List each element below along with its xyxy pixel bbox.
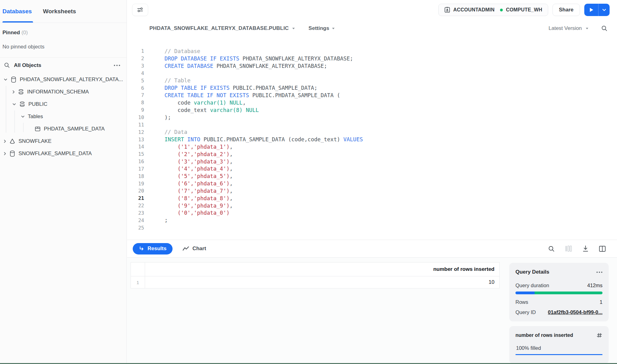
- schema-icon: [18, 89, 24, 95]
- tree-item-information-schema[interactable]: INFORMATION_SCHEMA: [0, 86, 127, 98]
- code-line[interactable]: 20 ('7','phdata_7'),: [127, 187, 617, 195]
- columns-icon[interactable]: [565, 245, 572, 252]
- line-number: 10: [127, 114, 144, 120]
- results-table: number of rows inserted 1 10: [131, 262, 500, 288]
- tree-indent-guide: [6, 86, 6, 133]
- duration-bar: [515, 292, 602, 294]
- tree-item-snowflake[interactable]: SNOWFLAKE: [0, 135, 127, 147]
- code-line[interactable]: 9 code_text varchar(8) NULL: [127, 106, 617, 114]
- code-line[interactable]: 7CREATE TABLE IF NOT EXISTS PUBLIC.PHDAT…: [127, 92, 617, 99]
- code-line[interactable]: 1// Database: [127, 48, 617, 55]
- code-text: ('8','phdata_8'),: [165, 195, 233, 201]
- code-text: code varchar(1) NULL,: [165, 100, 246, 106]
- code-text: CREATE DATABASE PHDATA_SNOWFLAKE_ALTERYX…: [165, 63, 327, 69]
- code-line[interactable]: 14 ('1','phdata_1'),: [127, 143, 617, 151]
- line-number: 4: [127, 70, 144, 76]
- code-line[interactable]: 6DROP TABLE IF EXISTS PUBLIC.PHDATA_SAMP…: [127, 84, 617, 92]
- filters-icon: [136, 6, 144, 14]
- code-text: ('0','phdata_0'): [165, 210, 230, 216]
- worksheet-filters-button[interactable]: [132, 4, 148, 16]
- tree-item-label: INFORMATION_SCHEMA: [27, 89, 89, 95]
- code-line[interactable]: 15 ('2','phdata_2'),: [127, 151, 617, 158]
- query-details-menu-icon[interactable]: [596, 271, 602, 273]
- tree-item-phdata-sample-data[interactable]: PHDATA_SAMPLE_DATA: [0, 123, 127, 135]
- code-line[interactable]: 12// Data: [127, 128, 617, 136]
- table-row[interactable]: 1 10: [131, 276, 499, 288]
- code-line[interactable]: 18 ('5','phdata_5'),: [127, 172, 617, 180]
- role-label: ACCOUNTADMIN: [453, 7, 495, 13]
- version-dropdown[interactable]: Latest Version: [548, 25, 589, 31]
- all-objects-header: All Objects: [0, 58, 127, 72]
- tree-item-label: Tables: [28, 114, 43, 120]
- tree-item-public[interactable]: PUBLIC: [0, 98, 127, 110]
- code-text: // Data: [165, 129, 187, 135]
- column-header[interactable]: number of rows inserted: [145, 266, 499, 272]
- line-number: 18: [127, 173, 144, 179]
- tree-item-label: PUBLIC: [28, 101, 47, 107]
- run-options-button[interactable]: [598, 4, 610, 16]
- chevron-right-icon[interactable]: [4, 139, 6, 143]
- split-panel-icon[interactable]: [599, 246, 606, 252]
- caret-down-icon: [292, 27, 295, 30]
- code-line[interactable]: 3CREATE DATABASE PHDATA_SNOWFLAKE_ALTERY…: [127, 62, 617, 70]
- code-line[interactable]: 5// Table: [127, 77, 617, 84]
- tab-worksheets[interactable]: Worksheets: [43, 0, 76, 23]
- query-id-link[interactable]: 01af2fb3-0504-bf99-0...: [548, 309, 602, 315]
- code-line[interactable]: 2DROP DATABASE IF EXISTS PHDATA_SNOWFLAK…: [127, 55, 617, 62]
- line-number: 5: [127, 78, 144, 84]
- code-line[interactable]: 8 code varchar(1) NULL,: [127, 99, 617, 106]
- sql-editor[interactable]: 1// Database2DROP DATABASE IF EXISTS PHD…: [127, 37, 617, 240]
- code-line[interactable]: 16 ('3','phdata_3'),: [127, 158, 617, 165]
- code-line[interactable]: 17 ('4','phdata_4'),: [127, 165, 617, 173]
- filled-bar: [515, 354, 602, 355]
- more-options-icon[interactable]: [114, 64, 120, 66]
- search-results-icon[interactable]: [548, 245, 555, 252]
- code-line[interactable]: 25: [127, 224, 617, 231]
- line-number: 23: [127, 210, 144, 216]
- chevron-right-icon[interactable]: [4, 152, 6, 155]
- code-line[interactable]: 11: [127, 121, 617, 128]
- chevron-down-icon[interactable]: [12, 103, 16, 105]
- code-line[interactable]: 22 ('9','phdata_9'),: [127, 202, 617, 209]
- line-number: 2: [127, 56, 144, 61]
- caret-down-icon: [586, 27, 589, 30]
- chart-line-icon: [182, 246, 189, 251]
- search-icon[interactable]: [4, 62, 10, 68]
- tab-databases[interactable]: Databases: [2, 0, 32, 23]
- role-warehouse-selector[interactable]: ACCOUNTADMIN COMPUTE_WH: [438, 4, 548, 16]
- run-button[interactable]: [584, 4, 598, 16]
- code-line[interactable]: 21 ('8','phdata_8'),: [127, 195, 617, 202]
- code-line[interactable]: 13INSERT INTO PUBLIC.PHDATA_SAMPLE_DATA …: [127, 136, 617, 143]
- editor-search-icon[interactable]: [601, 25, 608, 32]
- tab-results[interactable]: Results: [133, 243, 173, 254]
- download-icon[interactable]: [582, 245, 589, 252]
- share-button[interactable]: Share: [552, 4, 580, 16]
- duration-label: Query duration: [515, 283, 549, 288]
- table-icon: [35, 126, 41, 132]
- database-context-selector[interactable]: PHDATA_SNOWFLAKE_ALTERYX_DATABASE.PUBLIC: [149, 25, 295, 31]
- database-icon: [9, 150, 15, 157]
- chevron-down-icon[interactable]: [21, 115, 25, 118]
- chevron-right-icon[interactable]: [12, 90, 15, 94]
- code-line[interactable]: 24;: [127, 217, 617, 224]
- tree-item-snowflake-sample-data[interactable]: SNOWFLAKE_SAMPLE_DATA: [0, 147, 127, 160]
- code-text: // Database: [165, 48, 200, 54]
- code-text: INSERT INTO PUBLIC.PHDATA_SAMPLE_DATA (c…: [165, 136, 363, 143]
- code-text: DROP DATABASE IF EXISTS PHDATA_SNOWFLAKE…: [165, 56, 353, 62]
- line-number: 19: [127, 181, 144, 187]
- code-line[interactable]: 23 ('0','phdata_0'): [127, 209, 617, 217]
- chevron-down-icon[interactable]: [4, 78, 7, 81]
- tree-item-phdata-database[interactable]: PHDATA_SNOWFLAKE_ALTERYX_DATA...: [0, 73, 127, 86]
- tree-item-label: PHDATA_SNOWFLAKE_ALTERYX_DATA...: [20, 77, 123, 83]
- tab-chart[interactable]: Chart: [182, 246, 206, 252]
- no-pinned-objects-text: No pinned objects: [0, 36, 127, 58]
- role-badge-icon: [444, 6, 450, 13]
- code-line[interactable]: 4: [127, 70, 617, 77]
- tree-item-tables[interactable]: Tables: [0, 110, 127, 123]
- code-line[interactable]: 19 ('6','phdata_6'),: [127, 180, 617, 187]
- query-id-label: Query ID: [515, 309, 536, 315]
- settings-dropdown[interactable]: Settings: [309, 25, 335, 31]
- tree-indent-guide: [23, 123, 23, 132]
- code-line[interactable]: 10);: [127, 114, 617, 121]
- warehouse-label: COMPUTE_WH: [506, 7, 542, 13]
